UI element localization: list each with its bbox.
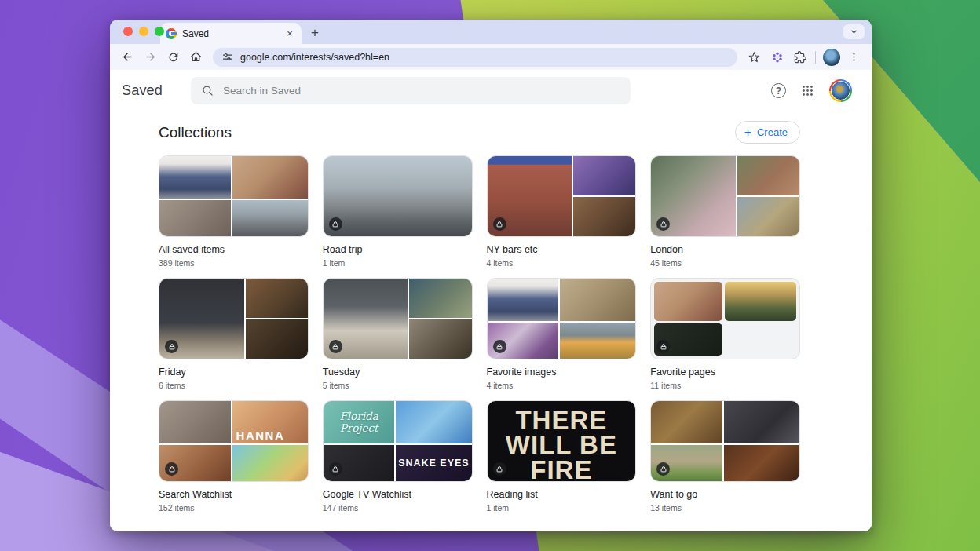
collection-card[interactable]: Florida ProjectSNAKE EYESGoogle TV Watch… [323, 400, 473, 513]
collection-thumbnail [323, 155, 473, 237]
there-will-be-fire-cover-image: THERE WILL BE FIRE [488, 401, 636, 481]
reload-button[interactable] [163, 46, 184, 68]
collection-card[interactable]: All saved items389 items [159, 155, 309, 268]
dim-restaurant-image [246, 319, 308, 359]
minimize-window-button[interactable] [139, 27, 148, 36]
collection-count: 6 items [159, 381, 309, 390]
collections-bar: Collections + Create [110, 111, 872, 154]
snake-eyes-title-image: SNAKE EYES [396, 445, 471, 481]
star-icon [748, 50, 761, 64]
collections-grid: All saved items389 itemsRoad trip1 itemN… [159, 155, 800, 513]
sunset-field-image [560, 323, 635, 359]
search-input[interactable] [223, 85, 620, 97]
collection-count: 11 items [650, 381, 800, 390]
collection-card[interactable]: Favorite pages11 items [650, 278, 800, 390]
extensions-button[interactable] [789, 46, 810, 68]
apps-grid-icon [801, 84, 814, 97]
avatar [831, 81, 850, 100]
app-title: Saved [122, 82, 163, 99]
framed-pictures-bar-image [724, 445, 799, 481]
tab-close-icon[interactable]: × [283, 27, 296, 40]
collection-title: Favorite images [487, 367, 637, 378]
collection-thumbnail [487, 155, 637, 237]
collection-count: 45 items [650, 258, 800, 268]
toolbar-divider [815, 51, 816, 64]
puzzle-icon [794, 51, 806, 64]
collection-title: Want to go [650, 489, 800, 500]
collection-card[interactable]: Road trip1 item [323, 155, 473, 268]
cartoon-park-image [232, 445, 308, 481]
lock-icon [493, 462, 506, 476]
chevron-down-icon [850, 27, 858, 36]
site-info-icon [221, 51, 233, 63]
create-button[interactable]: + Create [735, 121, 800, 144]
collection-card[interactable]: Tuesday5 items [323, 278, 473, 390]
tab-search-button[interactable] [843, 24, 865, 39]
collection-card[interactable]: HANNASearch Watchlist152 items [159, 400, 309, 513]
browser-window: Saved × + google.com/interests/saved?h [110, 20, 872, 531]
forward-button[interactable] [140, 46, 161, 68]
page-content: Saved ? Collections + Create [110, 70, 872, 531]
collection-count: 4 items [487, 381, 637, 390]
collection-count: 4 items [487, 258, 637, 268]
back-button[interactable] [117, 46, 138, 68]
storm-movie-still-image [159, 200, 231, 236]
new-tab-button[interactable]: + [305, 23, 325, 43]
pinned-extension-button[interactable] [766, 46, 788, 68]
page-title: Collections [159, 124, 232, 141]
collection-card[interactable]: Favorite images4 items [487, 278, 637, 390]
plus-icon: + [744, 126, 751, 139]
collection-thumbnail [650, 400, 800, 482]
collection-title: Search Watchlist [159, 489, 309, 500]
collection-title: Reading list [487, 489, 637, 500]
back-arrow-icon [121, 50, 134, 64]
collection-count: 389 items [159, 258, 309, 268]
url-text: google.com/interests/saved?hl=en [240, 52, 389, 63]
collection-title: London [650, 244, 800, 255]
help-button[interactable]: ? [771, 83, 786, 98]
tab-title: Saved [182, 28, 278, 39]
help-icon: ? [771, 83, 786, 98]
collection-thumbnail [159, 155, 309, 237]
wood-pub-interior-image [651, 401, 722, 443]
storm-movie-still-image [159, 401, 231, 443]
header-actions: ? [771, 79, 852, 102]
google-apps-button[interactable] [801, 84, 814, 97]
collection-card[interactable]: NY bars etc4 items [487, 155, 637, 268]
bookmark-button[interactable] [744, 46, 765, 68]
lock-icon [493, 340, 506, 353]
valley-overlook-image [725, 282, 796, 321]
app-header: Saved ? [110, 70, 872, 111]
menu-button[interactable] [843, 46, 865, 68]
flower-pub-facade-image [737, 156, 799, 195]
profile-button[interactable] [821, 46, 842, 68]
sepia-face-photo-image [560, 279, 635, 321]
collection-card[interactable]: London45 items [650, 155, 800, 268]
lock-icon [165, 462, 178, 476]
lock-icon [165, 340, 178, 353]
collection-card[interactable]: Friday6 items [159, 278, 309, 390]
lock-icon [329, 217, 342, 231]
there-will-be-fire-cover-text: THERE WILL BE FIRE [488, 401, 636, 481]
tab-strip: Saved × + [110, 20, 872, 44]
address-bar[interactable]: google.com/interests/saved?hl=en [213, 48, 737, 67]
browser-tab[interactable]: Saved × [160, 23, 302, 44]
collection-card[interactable]: THERE WILL BE FIREReading list1 item [487, 400, 637, 513]
zoom-window-button[interactable] [155, 27, 164, 36]
collection-count: 13 items [650, 503, 800, 513]
city-aerial-image [232, 200, 308, 236]
search-bar[interactable] [191, 77, 631, 104]
close-window-button[interactable] [123, 27, 133, 36]
collection-card[interactable]: Want to go13 items [650, 400, 800, 513]
collection-title: Road trip [323, 244, 473, 255]
collection-count: 152 items [159, 503, 309, 513]
collection-count: 5 items [323, 381, 473, 390]
collection-thumbnail [159, 278, 309, 359]
terrace-umbrellas-image [409, 279, 471, 318]
collection-title: Friday [159, 367, 309, 378]
collection-thumbnail [650, 155, 800, 237]
collection-title: Favorite pages [650, 367, 800, 378]
home-button[interactable] [185, 46, 207, 68]
reload-icon [167, 51, 180, 64]
account-button[interactable] [829, 79, 852, 102]
